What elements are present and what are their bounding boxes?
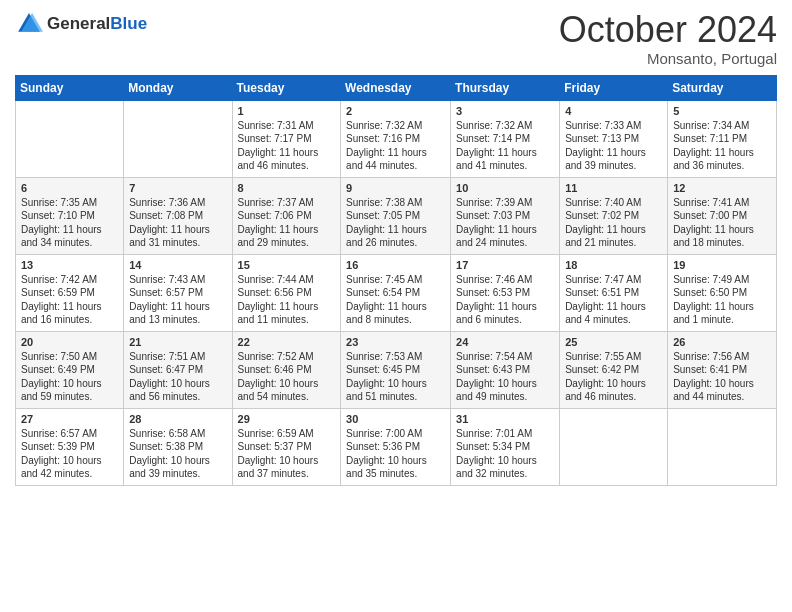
calendar-cell: 22Sunrise: 7:52 AMSunset: 6:46 PMDayligh… (232, 331, 341, 408)
day-info: Sunrise: 7:36 AMSunset: 7:08 PMDaylight:… (129, 196, 226, 250)
weekday-header-monday: Monday (124, 75, 232, 100)
day-info: Sunrise: 7:47 AMSunset: 6:51 PMDaylight:… (565, 273, 662, 327)
day-number: 24 (456, 336, 554, 348)
weekday-header-friday: Friday (560, 75, 668, 100)
weekday-header-row: SundayMondayTuesdayWednesdayThursdayFrid… (16, 75, 777, 100)
calendar-cell: 28Sunrise: 6:58 AMSunset: 5:38 PMDayligh… (124, 408, 232, 485)
day-info: Sunrise: 7:43 AMSunset: 6:57 PMDaylight:… (129, 273, 226, 327)
day-number: 17 (456, 259, 554, 271)
calendar-cell: 1Sunrise: 7:31 AMSunset: 7:17 PMDaylight… (232, 100, 341, 177)
day-number: 22 (238, 336, 336, 348)
day-number: 3 (456, 105, 554, 117)
weekday-header-wednesday: Wednesday (341, 75, 451, 100)
day-number: 21 (129, 336, 226, 348)
day-info: Sunrise: 7:51 AMSunset: 6:47 PMDaylight:… (129, 350, 226, 404)
calendar-cell: 18Sunrise: 7:47 AMSunset: 6:51 PMDayligh… (560, 254, 668, 331)
day-number: 30 (346, 413, 445, 425)
week-row-5: 27Sunrise: 6:57 AMSunset: 5:39 PMDayligh… (16, 408, 777, 485)
calendar-cell: 21Sunrise: 7:51 AMSunset: 6:47 PMDayligh… (124, 331, 232, 408)
day-info: Sunrise: 7:37 AMSunset: 7:06 PMDaylight:… (238, 196, 336, 250)
location-subtitle: Monsanto, Portugal (559, 50, 777, 67)
day-number: 19 (673, 259, 771, 271)
day-info: Sunrise: 7:42 AMSunset: 6:59 PMDaylight:… (21, 273, 118, 327)
day-info: Sunrise: 7:00 AMSunset: 5:36 PMDaylight:… (346, 427, 445, 481)
day-number: 26 (673, 336, 771, 348)
weekday-header-thursday: Thursday (451, 75, 560, 100)
page: GeneralBlue October 2024 Monsanto, Portu… (0, 0, 792, 612)
day-info: Sunrise: 7:53 AMSunset: 6:45 PMDaylight:… (346, 350, 445, 404)
calendar-cell: 10Sunrise: 7:39 AMSunset: 7:03 PMDayligh… (451, 177, 560, 254)
weekday-header-sunday: Sunday (16, 75, 124, 100)
day-info: Sunrise: 6:58 AMSunset: 5:38 PMDaylight:… (129, 427, 226, 481)
calendar-cell (668, 408, 777, 485)
calendar-cell (560, 408, 668, 485)
day-number: 18 (565, 259, 662, 271)
day-info: Sunrise: 7:52 AMSunset: 6:46 PMDaylight:… (238, 350, 336, 404)
day-number: 10 (456, 182, 554, 194)
calendar-cell: 26Sunrise: 7:56 AMSunset: 6:41 PMDayligh… (668, 331, 777, 408)
logo-text-general: General (47, 14, 110, 33)
day-info: Sunrise: 7:31 AMSunset: 7:17 PMDaylight:… (238, 119, 336, 173)
day-number: 14 (129, 259, 226, 271)
week-row-4: 20Sunrise: 7:50 AMSunset: 6:49 PMDayligh… (16, 331, 777, 408)
calendar-cell: 14Sunrise: 7:43 AMSunset: 6:57 PMDayligh… (124, 254, 232, 331)
calendar-cell: 6Sunrise: 7:35 AMSunset: 7:10 PMDaylight… (16, 177, 124, 254)
week-row-2: 6Sunrise: 7:35 AMSunset: 7:10 PMDaylight… (16, 177, 777, 254)
calendar-cell: 25Sunrise: 7:55 AMSunset: 6:42 PMDayligh… (560, 331, 668, 408)
day-number: 29 (238, 413, 336, 425)
day-number: 31 (456, 413, 554, 425)
day-info: Sunrise: 7:33 AMSunset: 7:13 PMDaylight:… (565, 119, 662, 173)
calendar-cell: 4Sunrise: 7:33 AMSunset: 7:13 PMDaylight… (560, 100, 668, 177)
weekday-header-saturday: Saturday (668, 75, 777, 100)
day-info: Sunrise: 7:39 AMSunset: 7:03 PMDaylight:… (456, 196, 554, 250)
day-info: Sunrise: 7:55 AMSunset: 6:42 PMDaylight:… (565, 350, 662, 404)
day-number: 27 (21, 413, 118, 425)
day-number: 8 (238, 182, 336, 194)
day-info: Sunrise: 7:32 AMSunset: 7:14 PMDaylight:… (456, 119, 554, 173)
day-number: 20 (21, 336, 118, 348)
calendar-cell: 3Sunrise: 7:32 AMSunset: 7:14 PMDaylight… (451, 100, 560, 177)
day-info: Sunrise: 6:57 AMSunset: 5:39 PMDaylight:… (21, 427, 118, 481)
calendar-cell: 27Sunrise: 6:57 AMSunset: 5:39 PMDayligh… (16, 408, 124, 485)
logo: GeneralBlue (15, 10, 147, 38)
calendar-cell: 23Sunrise: 7:53 AMSunset: 6:45 PMDayligh… (341, 331, 451, 408)
title-block: October 2024 Monsanto, Portugal (559, 10, 777, 67)
calendar-cell: 5Sunrise: 7:34 AMSunset: 7:11 PMDaylight… (668, 100, 777, 177)
day-info: Sunrise: 7:01 AMSunset: 5:34 PMDaylight:… (456, 427, 554, 481)
calendar-cell (124, 100, 232, 177)
day-info: Sunrise: 7:45 AMSunset: 6:54 PMDaylight:… (346, 273, 445, 327)
calendar-table: SundayMondayTuesdayWednesdayThursdayFrid… (15, 75, 777, 486)
calendar-cell: 31Sunrise: 7:01 AMSunset: 5:34 PMDayligh… (451, 408, 560, 485)
day-info: Sunrise: 7:41 AMSunset: 7:00 PMDaylight:… (673, 196, 771, 250)
calendar-cell: 12Sunrise: 7:41 AMSunset: 7:00 PMDayligh… (668, 177, 777, 254)
week-row-1: 1Sunrise: 7:31 AMSunset: 7:17 PMDaylight… (16, 100, 777, 177)
calendar-cell: 30Sunrise: 7:00 AMSunset: 5:36 PMDayligh… (341, 408, 451, 485)
calendar-cell: 17Sunrise: 7:46 AMSunset: 6:53 PMDayligh… (451, 254, 560, 331)
calendar-cell: 8Sunrise: 7:37 AMSunset: 7:06 PMDaylight… (232, 177, 341, 254)
month-title: October 2024 (559, 10, 777, 50)
week-row-3: 13Sunrise: 7:42 AMSunset: 6:59 PMDayligh… (16, 254, 777, 331)
calendar-cell: 24Sunrise: 7:54 AMSunset: 6:43 PMDayligh… (451, 331, 560, 408)
day-number: 28 (129, 413, 226, 425)
day-number: 9 (346, 182, 445, 194)
day-info: Sunrise: 7:44 AMSunset: 6:56 PMDaylight:… (238, 273, 336, 327)
calendar-cell: 13Sunrise: 7:42 AMSunset: 6:59 PMDayligh… (16, 254, 124, 331)
day-info: Sunrise: 7:54 AMSunset: 6:43 PMDaylight:… (456, 350, 554, 404)
calendar-cell: 20Sunrise: 7:50 AMSunset: 6:49 PMDayligh… (16, 331, 124, 408)
header: GeneralBlue October 2024 Monsanto, Portu… (15, 10, 777, 67)
day-number: 1 (238, 105, 336, 117)
day-number: 13 (21, 259, 118, 271)
day-info: Sunrise: 6:59 AMSunset: 5:37 PMDaylight:… (238, 427, 336, 481)
day-info: Sunrise: 7:32 AMSunset: 7:16 PMDaylight:… (346, 119, 445, 173)
day-number: 25 (565, 336, 662, 348)
day-info: Sunrise: 7:38 AMSunset: 7:05 PMDaylight:… (346, 196, 445, 250)
day-number: 5 (673, 105, 771, 117)
calendar-cell (16, 100, 124, 177)
day-number: 12 (673, 182, 771, 194)
calendar-cell: 11Sunrise: 7:40 AMSunset: 7:02 PMDayligh… (560, 177, 668, 254)
day-number: 23 (346, 336, 445, 348)
logo-text-blue: Blue (110, 14, 147, 33)
calendar-cell: 29Sunrise: 6:59 AMSunset: 5:37 PMDayligh… (232, 408, 341, 485)
calendar-cell: 15Sunrise: 7:44 AMSunset: 6:56 PMDayligh… (232, 254, 341, 331)
day-info: Sunrise: 7:49 AMSunset: 6:50 PMDaylight:… (673, 273, 771, 327)
